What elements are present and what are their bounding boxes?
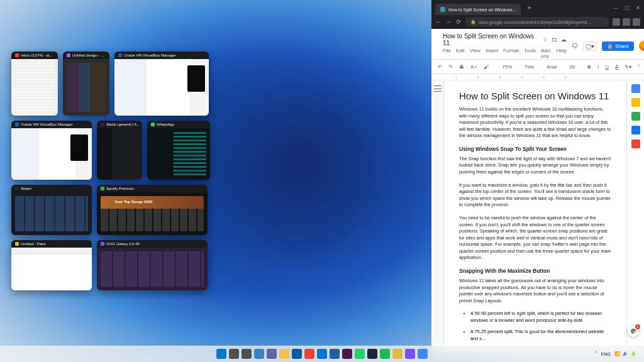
comments-icon[interactable]: 🗨	[572, 43, 578, 50]
star-icon[interactable]: ☆	[543, 36, 548, 43]
spotify-icon[interactable]	[380, 349, 390, 359]
slack-icon[interactable]	[342, 349, 352, 359]
docs-icon[interactable]	[418, 349, 428, 359]
whatsapp-icon[interactable]	[355, 349, 365, 359]
window-close-button[interactable]: ✕	[636, 5, 640, 11]
volume-icon[interactable]: 🔊	[623, 351, 628, 356]
doc-title[interactable]: How to Split Screen on Windows 11	[443, 33, 539, 47]
account-avatar[interactable]	[639, 41, 644, 51]
zoom-select[interactable]: 75%	[501, 63, 513, 70]
menu-edit[interactable]: Edit	[456, 48, 465, 59]
wifi-icon[interactable]: 📶	[614, 351, 620, 356]
steam-icon	[15, 187, 19, 190]
undo-button[interactable]: ↶	[436, 63, 443, 70]
menu-format[interactable]: Format	[503, 48, 519, 59]
thumb-title: Spotify Premium	[106, 187, 134, 190]
docs-menubar: File Edit View Insert Format Tools Add-o…	[443, 48, 567, 59]
menu-help[interactable]: Help	[557, 48, 567, 59]
menu-view[interactable]: View	[470, 48, 480, 59]
system-tray: ˄ ENG 📶 🔊 🔋	[595, 351, 640, 356]
document-outline-toggle[interactable]	[431, 80, 444, 352]
spellcheck-button[interactable]: A✓	[469, 63, 479, 70]
nav-reload-button[interactable]: ⟳	[455, 19, 462, 25]
chrome-icon[interactable]	[304, 349, 314, 359]
taskview-thumb-whatsapp[interactable]: WhatsApp	[147, 121, 210, 180]
window-minimize-button[interactable]: —	[613, 5, 618, 11]
menu-file[interactable]: File	[443, 48, 451, 59]
explorer-icon[interactable]	[279, 349, 289, 359]
taskview-thumb-figma[interactable]: Untitled design - ...	[63, 52, 109, 116]
text-color-button[interactable]: A̲	[614, 63, 619, 70]
underline-button[interactable]: U	[604, 63, 610, 70]
toolbar-chevron-up-icon[interactable]: ˄	[636, 63, 641, 70]
present-icon[interactable]: ▢▾	[583, 41, 597, 51]
docs-header: How to Split Screen on Windows 11 ☆ 🗀 ☁ …	[431, 29, 644, 59]
chrome-window: How to Split Screen on Windows... + — ▢ …	[431, 0, 644, 352]
tray-chevron-up-icon[interactable]: ˄	[595, 351, 597, 356]
style-select[interactable]: Title	[523, 63, 535, 70]
mail-icon[interactable]	[317, 349, 327, 359]
bold-button[interactable]: B	[586, 63, 592, 70]
maps-icon[interactable]	[631, 140, 640, 148]
tab-title: How to Split Screen on Windows...	[448, 8, 516, 12]
print-button[interactable]: 🖶	[458, 63, 465, 70]
document-page[interactable]: How to Split Screen on Windows 11 Window…	[444, 80, 626, 352]
italic-button[interactable]: I	[596, 63, 600, 70]
thumb-title: Untitled design - ...	[72, 53, 104, 57]
nav-back-button[interactable]: ←	[435, 19, 441, 25]
search-icon[interactable]	[229, 349, 239, 359]
widgets-icon[interactable]	[254, 349, 264, 359]
gog-icon[interactable]	[405, 349, 415, 359]
taskview-thumb-steam[interactable]: Steam	[11, 185, 92, 235]
taskview-thumb-spotify[interactable]: Spotify Premium Your Top Songs 2020	[97, 185, 208, 235]
chrome-menu-icon[interactable]	[633, 18, 640, 26]
paint-icon[interactable]	[392, 349, 402, 359]
extension-icon[interactable]	[613, 18, 620, 26]
nav-forward-button[interactable]: →	[445, 19, 452, 25]
task-view-grid: Inbox (3,074) - w... Untitled design - .…	[11, 52, 213, 295]
format-paint-button[interactable]: 🖌	[483, 63, 491, 70]
edge-icon[interactable]	[292, 349, 302, 359]
tasks-icon[interactable]	[631, 112, 640, 121]
browser-tab[interactable]: How to Split Screen on Windows...	[435, 4, 521, 15]
battery-icon[interactable]: 🔋	[631, 351, 636, 356]
doc-list-item: A 50-50 percent left to right split, whi…	[470, 310, 611, 324]
explore-button[interactable]: 1	[628, 326, 639, 337]
taskview-thumb-slack[interactable]: Slack | general | A...	[97, 121, 142, 180]
calendar-icon[interactable]	[631, 84, 640, 93]
extension-icon[interactable]	[623, 18, 630, 26]
virtualbox-icon	[118, 53, 122, 57]
start-icon[interactable]	[216, 349, 226, 359]
new-tab-button[interactable]: +	[525, 4, 533, 11]
explore-badge: 1	[635, 324, 640, 329]
virtualbox-icon[interactable]	[330, 349, 340, 359]
taskview-thumb-virtualbox[interactable]: Oracle VM VirtualBox Manager	[114, 52, 209, 116]
tray-language[interactable]: ENG	[601, 352, 611, 356]
address-bar[interactable]: 🔒 docs.google.com/document/d/13HmpOu3l9d…	[465, 17, 609, 27]
ruler[interactable]: 1 2 3 4 5 6	[431, 74, 644, 80]
font-select[interactable]: Arial	[545, 63, 558, 70]
menu-insert[interactable]: Insert	[486, 48, 498, 59]
share-button[interactable]: 🔒Share	[602, 41, 633, 51]
taskview-icon[interactable]	[242, 349, 252, 359]
menu-tools[interactable]: Tools	[524, 48, 536, 59]
fontsize-select[interactable]: 26	[568, 63, 576, 70]
chat-icon[interactable]	[267, 349, 277, 359]
editing-mode-button[interactable]: ✎▾	[623, 63, 633, 70]
taskview-thumb-inbox[interactable]: Inbox (3,074) - w...	[11, 52, 58, 116]
move-folder-icon[interactable]: 🗀	[552, 36, 557, 43]
contacts-icon[interactable]	[631, 126, 640, 134]
taskview-thumb-paint[interactable]: Untitled - Paint	[11, 240, 92, 290]
slack-icon	[101, 123, 104, 126]
taskview-thumb-virtualbox2[interactable]: Oracle VM VirtualBox Manager	[11, 121, 92, 180]
thumb-title: Oracle VM VirtualBox Manager	[21, 123, 73, 126]
menu-addons[interactable]: Add-ons	[541, 48, 552, 59]
side-panel	[626, 80, 644, 352]
steam-icon[interactable]	[367, 349, 377, 359]
keep-icon[interactable]	[631, 98, 640, 107]
taskview-thumb-gog[interactable]: GOG Galaxy 2.0.43	[97, 240, 208, 290]
snap-left-region: Inbox (3,074) - w... Untitled design - .…	[0, 0, 431, 352]
redo-button[interactable]: ↷	[447, 63, 454, 70]
thumb-title: Steam	[21, 187, 31, 190]
window-maximize-button[interactable]: ▢	[625, 5, 630, 11]
